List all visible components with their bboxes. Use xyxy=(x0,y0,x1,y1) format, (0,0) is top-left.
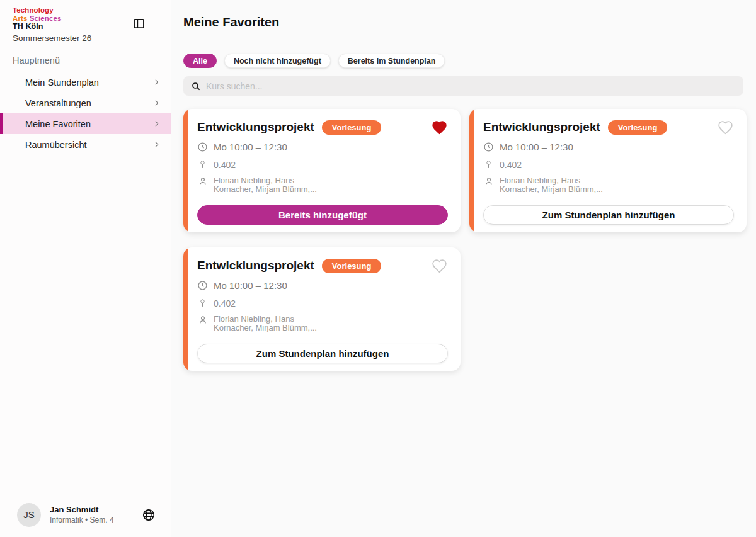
add-to-timetable-button[interactable]: Zum Stundenplan hinzufügen xyxy=(483,205,734,225)
course-time: Mo 10:00 – 12:30 xyxy=(214,280,287,291)
course-card: Entwicklungsprojekt Vorlesung Mo 10:00 –… xyxy=(183,109,461,232)
course-lecturers: Florian Niebling, Hans Kornacher, Mirjam… xyxy=(214,315,333,332)
course-room: 0.402 xyxy=(500,160,522,170)
logo-line-technology: Technology xyxy=(13,6,158,14)
card-header: Entwicklungsprojekt Vorlesung xyxy=(483,118,734,137)
user-panel: JS Jan Schmidt Informatik • Sem. 4 xyxy=(0,492,171,537)
course-lecturers-row: Florian Niebling, Hans Kornacher, Mirjam… xyxy=(483,176,734,194)
course-type-badge: Vorlesung xyxy=(322,120,382,135)
course-title: Entwicklungsprojekt xyxy=(483,120,600,134)
sidebar-item-mein-stundenplan[interactable]: Mein Stundenplan xyxy=(0,72,171,93)
person-icon xyxy=(197,176,208,186)
location-pin-icon xyxy=(197,298,208,308)
clock-icon xyxy=(197,280,208,291)
course-card: Entwicklungsprojekt Vorlesung Mo 10:00 –… xyxy=(469,109,747,232)
sidebar: Technology Arts Sciences TH Köln Sommers… xyxy=(0,0,171,537)
course-room: 0.402 xyxy=(214,160,236,170)
language-globe-icon[interactable] xyxy=(142,508,156,522)
user-name: Jan Schmidt xyxy=(50,505,114,514)
sidebar-item-meine-favoriten[interactable]: Meine Favoriten xyxy=(0,113,171,134)
chevron-right-icon xyxy=(152,78,161,86)
sidebar-section-label: Hauptmenü xyxy=(0,45,171,72)
user-meta: Jan Schmidt Informatik • Sem. 4 xyxy=(50,505,114,524)
course-lecturers-row: Florian Niebling, Hans Kornacher, Mirjam… xyxy=(197,315,448,332)
course-room-row: 0.402 xyxy=(197,298,448,308)
sidebar-item-label: Meine Favoriten xyxy=(25,119,91,129)
card-header: Entwicklungsprojekt Vorlesung xyxy=(197,118,448,137)
filter-chips: Alle Noch nicht hinzugefügt Bereits im S… xyxy=(183,54,743,68)
person-icon xyxy=(197,315,208,325)
avatar: JS xyxy=(17,503,41,527)
filter-chip-noch-nicht-hinzugefuegt[interactable]: Noch nicht hinzugefügt xyxy=(224,54,331,68)
course-title: Entwicklungsprojekt xyxy=(197,120,314,134)
course-time: Mo 10:00 – 12:30 xyxy=(500,142,573,152)
course-time: Mo 10:00 – 12:30 xyxy=(214,142,287,152)
course-type-badge: Vorlesung xyxy=(322,259,382,273)
course-card: Entwicklungsprojekt Vorlesung Mo 10:00 –… xyxy=(183,247,461,371)
course-lecturers-row: Florian Niebling, Hans Kornacher, Mirjam… xyxy=(197,176,448,194)
chevron-right-icon xyxy=(152,140,161,149)
clock-icon xyxy=(483,142,494,152)
course-room: 0.402 xyxy=(214,298,236,308)
chevron-right-icon xyxy=(152,99,161,107)
chevron-right-icon xyxy=(152,120,161,128)
search-icon xyxy=(191,81,201,91)
location-pin-icon xyxy=(483,159,494,170)
course-card-grid: Entwicklungsprojekt Vorlesung Mo 10:00 –… xyxy=(183,109,743,371)
course-time-row: Mo 10:00 – 12:30 xyxy=(197,142,448,152)
page-title: Meine Favoriten xyxy=(183,15,279,30)
favorite-heart-icon[interactable] xyxy=(431,258,448,274)
filter-chip-bereits-im-stundenplan[interactable]: Bereits im Stundenplan xyxy=(338,54,445,68)
content: Alle Noch nicht hinzugefügt Bereits im S… xyxy=(172,45,756,371)
search-bar[interactable] xyxy=(183,76,743,96)
add-to-timetable-button[interactable]: Zum Stundenplan hinzufügen xyxy=(197,344,448,363)
course-time-row: Mo 10:00 – 12:30 xyxy=(197,280,448,291)
course-lecturers: Florian Niebling, Hans Kornacher, Mirjam… xyxy=(214,176,333,194)
location-pin-icon xyxy=(197,159,208,170)
sidebar-item-veranstaltungen[interactable]: Veranstaltungen xyxy=(0,93,171,113)
favorite-heart-icon[interactable] xyxy=(431,120,448,135)
sidebar-item-raumuebersicht[interactable]: Raumübersicht xyxy=(0,134,171,155)
favorite-heart-icon[interactable] xyxy=(717,120,734,135)
sidebar-nav: Mein Stundenplan Veranstaltungen Meine F… xyxy=(0,72,171,155)
sidebar-toggle-icon[interactable] xyxy=(132,16,146,30)
sidebar-item-label: Raumübersicht xyxy=(25,140,87,150)
course-title: Entwicklungsprojekt xyxy=(197,259,314,273)
user-detail: Informatik • Sem. 4 xyxy=(50,516,114,524)
add-to-timetable-button[interactable]: Bereits hinzugefügt xyxy=(197,205,448,225)
sidebar-item-label: Mein Stundenplan xyxy=(25,77,99,88)
main-area: Meine Favoriten Alle Noch nicht hinzugef… xyxy=(172,0,756,537)
semester-label: Sommersemester 26 xyxy=(13,33,158,43)
filter-chip-alle[interactable]: Alle xyxy=(183,54,217,68)
course-room-row: 0.402 xyxy=(483,159,734,170)
search-input[interactable] xyxy=(206,81,736,91)
course-type-badge: Vorlesung xyxy=(608,120,668,135)
sidebar-item-label: Veranstaltungen xyxy=(25,98,91,108)
main-header: Meine Favoriten xyxy=(172,0,756,45)
sidebar-header: Technology Arts Sciences TH Köln Sommers… xyxy=(0,0,171,45)
course-time-row: Mo 10:00 – 12:30 xyxy=(483,142,734,152)
card-header: Entwicklungsprojekt Vorlesung xyxy=(197,256,448,275)
person-icon xyxy=(483,176,494,186)
course-lecturers: Florian Niebling, Hans Kornacher, Mirjam… xyxy=(500,176,619,194)
course-room-row: 0.402 xyxy=(197,159,448,170)
clock-icon xyxy=(197,142,208,152)
